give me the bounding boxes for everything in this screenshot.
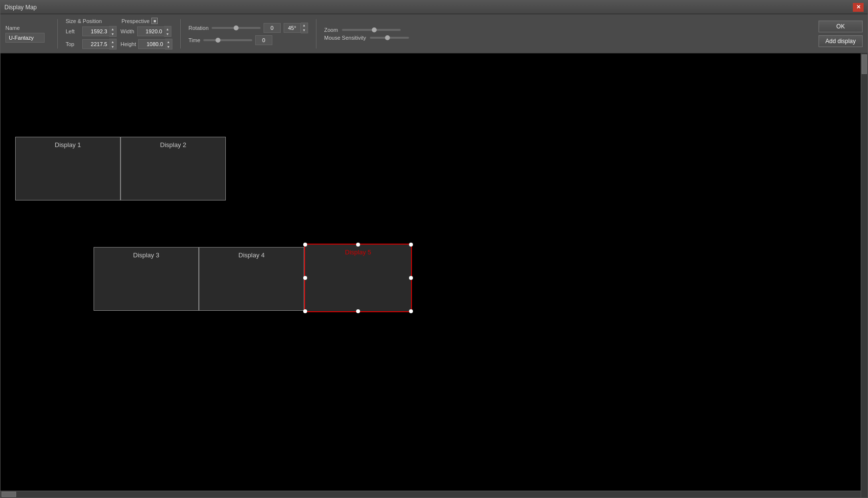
canvas-area[interactable]: Display 1 Display 2 Display 3 Display 4 … <box>0 53 868 498</box>
height-down-arrow[interactable]: ▼ <box>165 44 172 49</box>
top-field: Top ▲ ▼ <box>66 39 117 50</box>
mouse-sensitivity-row: Mouse Sensitivity <box>324 35 412 41</box>
scrollbar-bottom-thumb[interactable] <box>1 492 16 497</box>
display-1[interactable]: Display 1 <box>15 137 121 200</box>
size-position-label: Size & Position <box>66 18 102 24</box>
perspective-checkbox[interactable]: ■ <box>151 18 158 24</box>
rotation-value[interactable] <box>264 23 281 33</box>
toolbar: Name Size & Position Prespective ■ Left <box>0 14 868 53</box>
perspective-label: Prespective <box>121 18 149 24</box>
size-position-section: Size & Position Prespective ■ Left ▲ ▼ <box>66 18 172 50</box>
width-arrows: ▲ ▼ <box>164 26 171 37</box>
rotation-section: Rotation ▲ ▼ Time <box>189 23 308 45</box>
height-arrows: ▲ ▼ <box>165 39 172 50</box>
display-2-label: Display 2 <box>160 141 186 149</box>
left-down-arrow[interactable]: ▼ <box>109 31 116 36</box>
left-spinner: ▲ ▼ <box>82 26 117 37</box>
left-label: Left <box>66 28 80 34</box>
divider-2 <box>180 19 181 49</box>
perspective-section: Prespective ■ <box>121 18 158 24</box>
scrollbar-bottom[interactable] <box>0 491 861 498</box>
mouse-thumb[interactable] <box>385 35 390 40</box>
time-row: Time <box>189 35 308 45</box>
time-label: Time <box>189 37 200 43</box>
add-display-button[interactable]: Add display <box>819 35 863 47</box>
zoom-label: Zoom <box>324 27 338 33</box>
display-5[interactable]: Display 5 <box>304 244 412 312</box>
left-up-arrow[interactable]: ▲ <box>109 26 116 31</box>
mouse-slider[interactable] <box>370 37 409 39</box>
handle-top-center[interactable] <box>356 243 360 247</box>
zoom-section: Zoom Mouse Sensitivity <box>324 27 412 41</box>
display-3[interactable]: Display 3 <box>94 247 199 311</box>
degree-spinner-group: ▲ ▼ <box>284 23 308 33</box>
time-slider[interactable] <box>203 39 252 41</box>
top-arrows: ▲ ▼ <box>109 39 117 50</box>
rotation-label: Rotation <box>189 25 209 31</box>
height-field: Height ▲ ▼ <box>121 39 172 50</box>
handle-middle-left[interactable] <box>303 276 307 280</box>
width-field: Width ▲ ▼ <box>121 26 171 37</box>
left-field: Left ▲ ▼ <box>66 26 117 37</box>
rotation-slider[interactable] <box>212 27 261 29</box>
width-input[interactable] <box>137 26 164 36</box>
zoom-thumb[interactable] <box>372 27 377 32</box>
name-label: Name <box>5 25 49 31</box>
handle-bottom-center[interactable] <box>356 309 360 313</box>
top-input[interactable] <box>82 39 109 49</box>
rotation-thumb[interactable] <box>234 25 239 30</box>
title-bar: Display Map ✕ <box>0 0 868 14</box>
display-4-label: Display 4 <box>239 251 265 259</box>
height-spinner: ▲ ▼ <box>138 39 172 50</box>
rotation-row: Rotation ▲ ▼ <box>189 23 308 33</box>
left-arrows: ▲ ▼ <box>109 26 117 37</box>
time-value[interactable] <box>255 35 272 45</box>
degree-up-arrow[interactable]: ▲ <box>301 23 308 28</box>
main-window: Display Map ✕ Name Size & Position Presp… <box>0 0 868 498</box>
width-up-arrow[interactable]: ▲ <box>164 26 171 31</box>
mouse-sensitivity-label: Mouse Sensitivity <box>324 35 366 41</box>
degree-arrows: ▲ ▼ <box>301 23 308 33</box>
width-down-arrow[interactable]: ▼ <box>164 31 171 36</box>
top-down-arrow[interactable]: ▼ <box>109 44 116 49</box>
top-up-arrow[interactable]: ▲ <box>109 39 116 44</box>
fields-row-1: Left ▲ ▼ Width ▲ ▼ <box>66 26 172 37</box>
time-thumb[interactable] <box>216 38 220 43</box>
width-label: Width <box>121 28 135 34</box>
handle-middle-right[interactable] <box>409 276 413 280</box>
zoom-slider[interactable] <box>342 29 401 31</box>
display-1-label: Display 1 <box>55 141 81 149</box>
height-label: Height <box>121 41 136 47</box>
divider-1 <box>57 19 58 49</box>
degree-down-arrow[interactable]: ▼ <box>301 28 308 33</box>
handle-bottom-right[interactable] <box>409 309 413 313</box>
display-2[interactable]: Display 2 <box>121 137 226 200</box>
width-spinner: ▲ ▼ <box>137 26 171 37</box>
close-button[interactable]: ✕ <box>853 3 864 12</box>
fields-row-2: Top ▲ ▼ Height ▲ ▼ <box>66 39 172 50</box>
display-3-label: Display 3 <box>133 251 159 259</box>
name-input[interactable] <box>5 33 45 43</box>
height-up-arrow[interactable]: ▲ <box>165 39 172 44</box>
action-buttons: OK Add display <box>819 21 863 47</box>
degree-input[interactable] <box>284 23 301 33</box>
left-input[interactable] <box>82 26 109 36</box>
ok-button[interactable]: OK <box>819 21 863 32</box>
height-input[interactable] <box>138 39 165 49</box>
handle-top-left[interactable] <box>303 243 307 247</box>
window-title: Display Map <box>4 4 37 11</box>
top-label: Top <box>66 41 80 47</box>
scrollbar-right[interactable] <box>861 53 868 498</box>
name-section: Name <box>5 25 49 43</box>
handle-bottom-left[interactable] <box>303 309 307 313</box>
top-spinner: ▲ ▼ <box>82 39 117 50</box>
zoom-row: Zoom <box>324 27 412 33</box>
handle-top-right[interactable] <box>409 243 413 247</box>
display-5-label: Display 5 <box>345 249 371 256</box>
divider-3 <box>316 19 316 49</box>
display-4[interactable]: Display 4 <box>199 247 304 311</box>
scrollbar-right-thumb[interactable] <box>862 54 867 74</box>
